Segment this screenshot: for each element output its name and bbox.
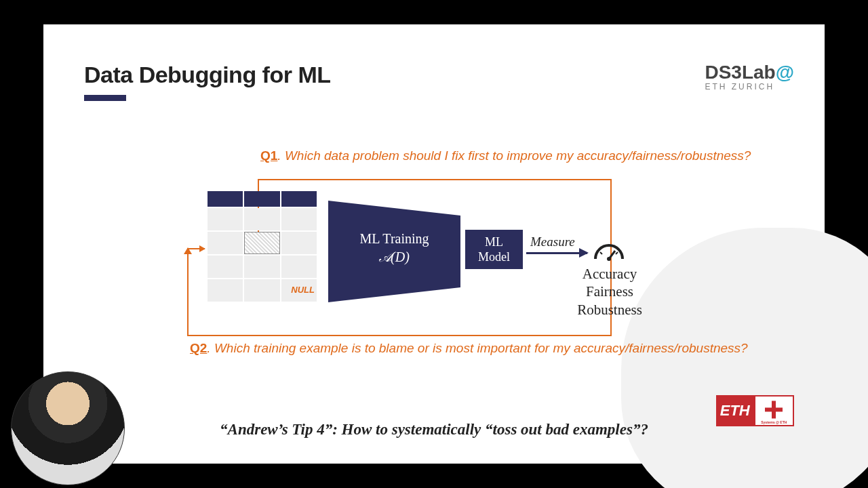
training-line2: 𝒜(D) [379, 249, 410, 264]
bottom-tip: “Andrew’s Tip 4”: How to systematically … [43, 421, 825, 439]
ml-model-block: ML Model [465, 230, 523, 269]
training-line1: ML Training [359, 231, 429, 246]
missing-cell [244, 232, 281, 254]
logo-line2: ETH ZURICH [705, 82, 794, 92]
plus-icon [765, 401, 783, 418]
metric-accuracy: Accuracy [583, 266, 637, 282]
gauge-icon [593, 241, 625, 262]
metric-fairness: Fairness [586, 283, 633, 300]
svg-line-2 [609, 251, 615, 259]
speaker-avatar [11, 371, 125, 485]
q2-label: Q2 [190, 341, 207, 355]
arrow-loop-in-icon [187, 248, 205, 249]
logo-text: DS3Lab [705, 62, 775, 83]
q1-text: . Which data problem should I fix first … [277, 148, 751, 163]
loop-border-top [258, 179, 610, 180]
svg-line-3 [600, 252, 602, 254]
table-row [207, 207, 317, 231]
measure-label: Measure [530, 235, 575, 249]
deco-blob [621, 228, 868, 488]
slide: Data Debugging for ML DS3Lab@ ETH ZURICH… [43, 24, 825, 464]
svg-line-4 [616, 252, 618, 254]
slide-title: Data Debugging for ML [84, 62, 330, 88]
ml-training-label: ML Training 𝒜(D) [328, 230, 460, 266]
table-row [207, 255, 317, 279]
question-1: Q1. Which data problem should I fix firs… [260, 148, 751, 164]
null-label: NULL [291, 285, 315, 295]
data-table: NULL [207, 190, 317, 309]
arrow-loop-up-icon [187, 248, 189, 264]
q2-text: . Which training example is to blame or … [207, 341, 747, 355]
org-logo: DS3Lab@ ETH ZURICH [705, 62, 794, 92]
measure-arrow-icon [526, 252, 587, 254]
at-icon: @ [776, 62, 794, 83]
table-row: NULL [207, 279, 317, 302]
eth-badge-right: Systems @ ETH [754, 395, 795, 426]
metrics-list: Accuracy Fairness Robustness [569, 265, 650, 319]
title-underline [84, 95, 126, 101]
table-row [207, 231, 317, 255]
eth-badge-sub: Systems @ ETH [755, 420, 793, 424]
loop-border-left [187, 264, 189, 335]
question-2: Q2. Which training example is to blame o… [190, 340, 748, 357]
logo-line1: DS3Lab@ [705, 62, 794, 83]
q1-label: Q1 [260, 148, 277, 163]
table-header [207, 190, 317, 207]
eth-badge: ETH Systems @ ETH [716, 395, 794, 426]
ml-model-label: ML Model [478, 235, 510, 265]
metric-robustness: Robustness [577, 302, 642, 318]
eth-badge-left: ETH [716, 395, 754, 426]
